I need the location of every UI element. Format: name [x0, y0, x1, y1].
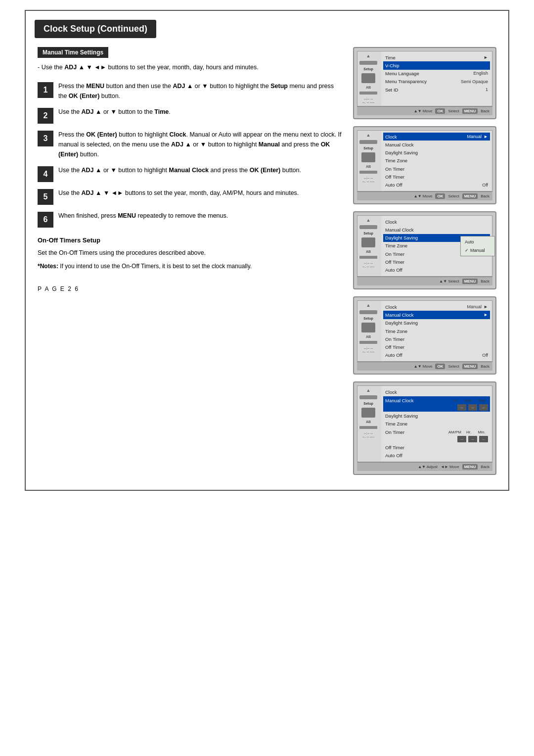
col-headers-row2: AM/PM Hr. Min.: [448, 429, 488, 435]
tv-menu-row-off3: Off Timer: [383, 258, 490, 266]
yr-header: Yr.: [450, 398, 461, 403]
tv-menu-row-clock2: Clock Manual ►: [383, 133, 490, 141]
tv-menu-row-manualclock4: Manual Clock ►: [383, 311, 490, 319]
menu-spacer-1: [383, 94, 490, 104]
device-time-3: --:-- ----. -- ----: [362, 261, 374, 268]
menu-value-autooff4: Off: [482, 352, 488, 359]
right-column: ▲ Setup AB --:-- ----. -- ---- Time ►: [353, 47, 496, 475]
min-box: --: [479, 436, 488, 442]
tv-menu-row-autooff5: Auto Off: [383, 451, 490, 459]
step-num-1: 1: [38, 82, 53, 98]
device-body-1: [361, 73, 375, 83]
menu-arrow-clock4: ►: [484, 304, 488, 310]
ab-label-2: AB: [366, 165, 371, 168]
step-3: 3 Press the OK (Enter) button to highlig…: [38, 130, 343, 159]
tv-bottom-bar-2: ▲▼ Move OK Select MENU Back: [357, 191, 492, 200]
tv-menu-row-on4: On Timer: [383, 335, 490, 343]
col-headers-row: Yr. Mon. Day: [450, 398, 488, 403]
menu-label-autooff2: Auto Off: [385, 182, 482, 188]
step-num-5: 5: [38, 189, 53, 205]
tv-menu-row-clock3: Clock: [383, 218, 490, 226]
tv-menu-row-setid: Set ID 1: [383, 86, 490, 94]
bottom-adjust-5: ▲▼ Adjust: [418, 465, 438, 469]
tv-bottom-bar-3: ▲▼ Select MENU Back: [357, 277, 492, 285]
device-body-3: [361, 237, 375, 247]
tv-menu-row-tz5: Time Zone: [383, 420, 490, 427]
time-boxes-top: -- -- --: [385, 404, 488, 411]
hr-box: --: [468, 436, 477, 442]
bottom-select-3: ▲▼ Select: [439, 279, 459, 284]
hr-header: Hr.: [463, 429, 474, 435]
tv-menu-row-clock5: Clock: [383, 388, 490, 396]
step-5: 5 Use the ADJ ▲ ▼ ◄► buttons to set the …: [38, 188, 343, 205]
tv-menu-row-trans: Menu Transparency Semi Opaque: [383, 78, 490, 86]
bottom-back-1: Back: [481, 109, 490, 113]
tv-panel-1-inner: ▲ Setup AB --:-- ----. -- ---- Time ►: [357, 51, 492, 106]
bottom-menu-2: MENU: [462, 193, 478, 199]
on-off-text: Set the On-Off Timers using the procedur…: [38, 248, 343, 258]
up-arrow-5: ▲: [366, 388, 371, 393]
day-header: Day: [476, 398, 487, 403]
tv-menu-row-dls2: Daylight Saving: [383, 149, 490, 157]
yr-box: --: [457, 404, 466, 411]
tv-menu-row-on2: On Timer: [383, 165, 490, 173]
tv-menu-row-off2: Off Timer: [383, 173, 490, 181]
ampm-box: --: [457, 436, 466, 442]
tv-panel-3: ▲ Setup AB --:-- ----. -- ---- Clock: [353, 211, 496, 289]
tv-bottom-bar-1: ▲▼ Move OK Select MENU Back: [357, 106, 492, 115]
bottom-menu-1: MENU: [462, 108, 478, 114]
bottom-ok-2: OK: [435, 193, 445, 199]
menu-label-tz5: Time Zone: [385, 421, 488, 427]
section-header: Manual Time Settings: [38, 47, 108, 58]
submenu-auto: Auto: [464, 238, 490, 246]
menu-value-clock4: Manual: [467, 304, 482, 310]
menu-label-clock5: Clock: [385, 389, 488, 395]
tv-panel-4-inner: ▲ Setup AB --:-- ----. -- ---- Clock Man…: [357, 300, 492, 362]
device-bar-4: [359, 341, 377, 344]
device-top-btn-3: [359, 225, 377, 229]
tv-menu-area-3: Clock Manual Clock Daylight Saving Time …: [381, 216, 492, 276]
tv-menu-row-autooff4: Auto Off Off: [383, 351, 490, 359]
tv-menu-row-tz3: Time Zone Auto ✓ Manual: [383, 242, 490, 250]
up-arrow-4: ▲: [366, 303, 371, 308]
bottom-back-2: Back: [481, 194, 490, 198]
page-number: P A G E 2 6: [38, 285, 343, 292]
tv-bottom-bar-5: ▲▼ Adjust ◄► Move MENU Back: [357, 462, 492, 471]
tv-panel-4: ▲ Setup AB --:-- ----. -- ---- Clock Man…: [353, 296, 496, 375]
menu-value-clock2: Manual: [467, 134, 482, 140]
menu-label-on4: On Timer: [385, 336, 488, 342]
bottom-select-2: Select: [448, 194, 459, 198]
menu-label-dls4: Daylight Saving: [385, 320, 488, 326]
device-body-5: [361, 408, 375, 418]
step-6: 6 When finished, press MENU repeatedly t…: [38, 211, 343, 228]
up-arrow-2: ▲: [366, 133, 371, 138]
ontimer-label-row: On Timer AM/PM Hr. Min.: [385, 429, 488, 435]
device-body-2: [361, 152, 375, 162]
setup-label-3: Setup: [363, 232, 373, 235]
tv-panel-3-inner: ▲ Setup AB --:-- ----. -- ---- Clock: [357, 215, 492, 277]
tv-menu-row-manualclock5: Manual Clock Yr. Mon. Day -- -- --: [383, 396, 490, 412]
setup-label-4: Setup: [363, 317, 373, 320]
bottom-select-4: Select: [448, 364, 459, 369]
menu-label-autooff4: Auto Off: [385, 352, 482, 358]
tv-menu-row-time: Time ►: [383, 53, 490, 61]
tv-menu-row-vchip: V-Chip: [383, 61, 490, 69]
tv-menu-row-dls5: Daylight Saving: [383, 412, 490, 420]
menu-label-manualclock3: Manual Clock: [385, 227, 488, 233]
tv-menu-row-off5: Off Timer: [383, 443, 490, 451]
device-time-1: --:-- ----. -- ----: [362, 97, 374, 104]
ab-label-3: AB: [366, 250, 371, 253]
tv-panel-1: ▲ Setup AB --:-- ----. -- ---- Time ►: [353, 47, 496, 119]
menu-value-autooff2: Off: [482, 182, 488, 189]
device-time-4: --:-- ----. -- ----: [362, 346, 374, 353]
tv-menu-row-dls4: Daylight Saving: [383, 319, 490, 327]
device-bar-5: [359, 426, 377, 429]
tv-device-5: ▲ Setup AB --:-- ----. -- ----: [357, 386, 379, 461]
bottom-menu-5: MENU: [462, 464, 478, 470]
menu-label-setid: Set ID: [385, 87, 486, 93]
mon-box: --: [468, 404, 477, 411]
step-num-4: 4: [38, 166, 53, 182]
bottom-ok-4: OK: [435, 364, 445, 369]
on-off-title: On-Off Timers Setup: [38, 236, 343, 244]
step-text-2: Use the ADJ ▲ or ▼ button to the Time.: [58, 107, 343, 117]
